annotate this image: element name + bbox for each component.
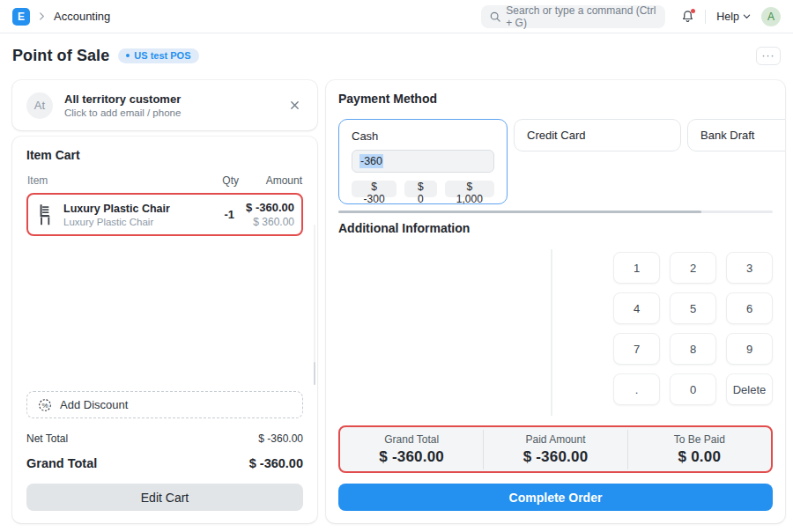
grand-total-cell: Grand Total $ -360.00 [340, 430, 483, 469]
help-label: Help [716, 11, 739, 23]
numpad-key-7[interactable]: 7 [613, 333, 660, 365]
add-discount-label: Add Discount [60, 398, 128, 411]
column-header-qty: Qty [202, 174, 239, 187]
user-avatar[interactable]: A [761, 7, 781, 26]
payment-methods-row: Cash -360 $ -300 $ 0 $ 1,000 Credit Card… [338, 119, 785, 204]
pos-content: At All territory customer Click to add e… [12, 80, 785, 523]
numpad: 1 2 3 4 5 6 7 8 9 . 0 Delete [613, 252, 773, 405]
cart-column-headers: Item Qty Amount [26, 174, 303, 187]
pos-profile-badge-label: US test POS [134, 50, 190, 61]
item-qty: -1 [208, 208, 234, 221]
payment-panel: Payment Method Cash -360 $ -300 $ 0 $ 1,… [326, 80, 785, 523]
column-header-item: Item [27, 174, 202, 187]
cash-shortcut-2[interactable]: $ 0 [404, 181, 436, 197]
methods-scrollbar-track [338, 211, 773, 213]
methods-scrollbar-thumb[interactable] [338, 211, 701, 213]
numpad-key-9[interactable]: 9 [726, 333, 773, 365]
cart-title: Item Cart [26, 148, 303, 162]
close-icon[interactable] [286, 97, 303, 114]
additional-information-area [338, 249, 552, 416]
paid-amount-cell-value: $ -360.00 [484, 448, 626, 466]
net-total-label: Net Total [26, 432, 68, 445]
net-total-row: Net Total $ -360.00 [26, 432, 303, 445]
app-logo-icon[interactable]: E [12, 8, 30, 26]
numpad-key-delete[interactable]: Delete [726, 373, 773, 405]
net-total-value: $ -360.00 [258, 432, 303, 445]
notifications-button[interactable] [681, 10, 694, 23]
payment-totals-bar: Grand Total $ -360.00 Paid Amount $ -360… [338, 425, 773, 473]
customer-avatar: At [26, 92, 53, 119]
to-be-paid-cell: To Be Paid $ 0.00 [627, 430, 771, 469]
global-search-input[interactable]: Search or type a command (Ctrl + G) [481, 5, 665, 28]
column-header-amount: Amount [239, 174, 302, 187]
cart-column: At All territory customer Click to add e… [12, 80, 317, 523]
numpad-key-1[interactable]: 1 [613, 252, 660, 284]
numpad-key-3[interactable]: 3 [726, 252, 773, 284]
chair-icon [35, 203, 55, 226]
customer-contact-hint[interactable]: Click to add email / phone [64, 107, 181, 118]
customer-name: All territory customer [64, 92, 181, 106]
grand-total-cell-label: Grand Total [340, 433, 483, 446]
item-amounts: $ -360.00 $ 360.00 [234, 201, 294, 228]
to-be-paid-cell-label: To Be Paid [628, 433, 771, 446]
cart-empty-space [26, 236, 303, 391]
paid-amount-cell: Paid Amount $ -360.00 [483, 430, 626, 469]
cash-label: Cash [352, 129, 494, 143]
pos-profile-badge: US test POS [118, 48, 198, 63]
numpad-key-6[interactable]: 6 [726, 292, 773, 324]
grand-total-cell-value: $ -360.00 [340, 448, 483, 466]
numpad-container: 1 2 3 4 5 6 7 8 9 . 0 Delete [552, 249, 773, 416]
payment-method-credit-card[interactable]: Credit Card [514, 119, 681, 151]
item-name: Luxury Plastic Chair [63, 203, 208, 215]
page-title: Point of Sale [12, 47, 109, 65]
cart-scrollbar-track [314, 225, 315, 385]
nav-divider [705, 10, 706, 24]
svg-text:%: % [41, 402, 48, 410]
grand-total-row: Grand Total $ -360.00 [26, 456, 303, 470]
item-description: Luxury Plastic Chair [63, 217, 208, 227]
page-header: Point of Sale US test POS ··· [0, 33, 793, 74]
chevron-down-icon [743, 12, 751, 20]
customer-info: All territory customer Click to add emai… [64, 92, 181, 118]
search-icon [490, 11, 500, 22]
badge-dot-icon [126, 54, 130, 57]
cash-shortcut-3[interactable]: $ 1,000 [445, 181, 494, 197]
paid-amount-cell-label: Paid Amount [484, 433, 626, 446]
numpad-key-decimal[interactable]: . [613, 373, 660, 405]
item-amount: $ -360.00 [234, 201, 294, 214]
numpad-key-5[interactable]: 5 [670, 292, 716, 324]
payment-method-title: Payment Method [338, 92, 773, 106]
payment-method-bank-draft[interactable]: Bank Draft [687, 119, 785, 151]
add-discount-button[interactable]: % Add Discount [26, 391, 303, 418]
grand-total-value: $ -360.00 [249, 456, 303, 470]
cart-scrollbar-thumb[interactable] [314, 362, 315, 385]
cart-item-row[interactable]: Luxury Plastic Chair Luxury Plastic Chai… [26, 193, 303, 236]
additional-information-title: Additional Information [338, 221, 773, 235]
customer-card[interactable]: At All territory customer Click to add e… [12, 80, 317, 130]
edit-cart-button[interactable]: Edit Cart [26, 484, 303, 511]
item-info: Luxury Plastic Chair Luxury Plastic Chai… [63, 203, 208, 227]
info-and-numpad: 1 2 3 4 5 6 7 8 9 . 0 Delete [338, 249, 773, 416]
nav-right: Search or type a command (Ctrl + G) Help… [481, 5, 781, 28]
numpad-key-4[interactable]: 4 [613, 292, 660, 324]
help-menu[interactable]: Help [716, 11, 751, 23]
breadcrumb-accounting[interactable]: Accounting [54, 10, 110, 23]
chevron-right-icon [38, 12, 46, 20]
cash-shortcuts: $ -300 $ 0 $ 1,000 [352, 181, 494, 197]
notification-dot [691, 9, 695, 13]
numpad-key-2[interactable]: 2 [670, 252, 716, 284]
nav-left: E Accounting [12, 8, 110, 26]
cash-amount-input[interactable]: -360 [352, 150, 494, 173]
discount-badge-icon: % [38, 398, 52, 412]
top-navbar: E Accounting Search or type a command (C… [0, 0, 793, 33]
payment-method-cash[interactable]: Cash -360 $ -300 $ 0 $ 1,000 [338, 119, 508, 204]
to-be-paid-cell-value: $ 0.00 [628, 448, 771, 466]
numpad-key-8[interactable]: 8 [670, 333, 716, 365]
cash-amount-value: -360 [359, 154, 383, 168]
numpad-key-0[interactable]: 0 [670, 373, 716, 405]
page-menu-button[interactable]: ··· [756, 47, 781, 65]
search-placeholder: Search or type a command (Ctrl + G) [506, 4, 656, 29]
grand-total-label: Grand Total [26, 456, 97, 470]
complete-order-button[interactable]: Complete Order [338, 484, 773, 511]
cash-shortcut-1[interactable]: $ -300 [352, 181, 396, 197]
